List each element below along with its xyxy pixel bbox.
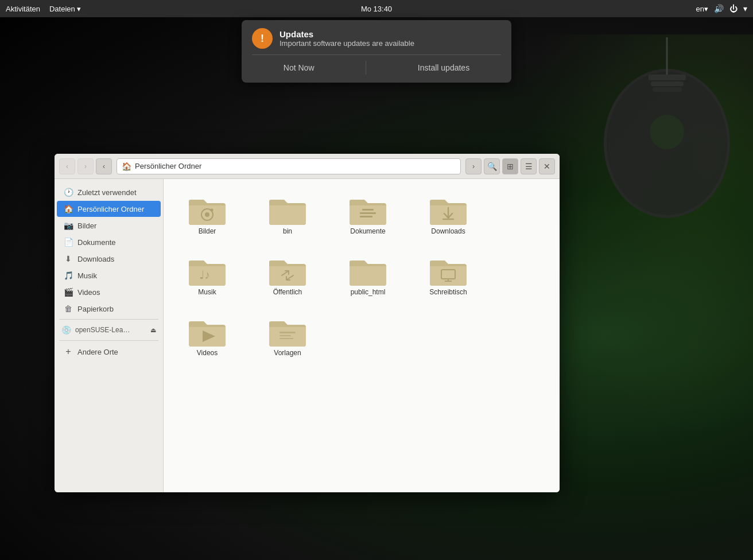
folder-label-bin: bin [283,227,292,235]
location-bar: 🏠 Persönlicher Ordner [117,158,461,174]
other-places-icon: + [64,347,73,357]
sidebar-label-videos: Videos [77,288,100,297]
svg-point-11 [211,209,214,212]
sidebar-divider [59,319,158,320]
files-menu[interactable]: Dateien ▾ [49,5,81,13]
file-manager-main: 🕐 Zuletzt verwendet 🏠 Persönlicher Ordne… [55,179,560,492]
sidebar-label-other-places: Andere Orte [77,348,118,356]
folder-musik[interactable]: ♩♪ Musik [173,249,242,301]
sidebar-item-drive[interactable]: 💿 openSUSE-Lea… ⏏ [55,322,163,338]
file-manager-window: ‹ › ‹ 🏠 Persönlicher Ordner › 🔍 ⊞ ☰ ✕ 🕐 … [55,154,560,492]
folder-icon-videos [187,314,228,349]
notification-subtitle: Important software updates are available [280,39,414,48]
folder-bin[interactable]: bin [253,188,322,240]
file-content-area: Bilder bin [164,179,560,492]
sidebar-label-downloads: Downloads [77,255,114,263]
system-menu-chevron[interactable]: ▾ [743,4,747,13]
svg-rect-22 [280,335,291,336]
documents-icon: 📄 [64,238,73,247]
sidebar-item-music[interactable]: 🎵 Musik [57,267,161,283]
folder-label-bilder: Bilder [199,227,216,235]
sidebar-item-videos[interactable]: 🎬 Videos [57,284,161,300]
music-icon: 🎵 [64,271,73,280]
downloads-icon: ⬇ [64,254,73,263]
folder-label-videos: Videos [197,349,218,357]
back-button[interactable]: ‹ [59,158,75,174]
svg-point-10 [205,212,209,217]
sidebar-label-recent: Zuletzt verwendet [77,188,137,197]
folder-label-downloads: Downloads [431,227,465,235]
folder-oeffentlich[interactable]: Öffentlich [253,249,322,301]
sidebar: 🕐 Zuletzt verwendet 🏠 Persönlicher Ordne… [55,179,164,492]
home-breadcrumb-icon: 🏠 [122,162,131,171]
folder-icon-dokumente [347,193,389,227]
language-indicator[interactable]: en▾ [696,5,708,13]
folder-label-schreibtisch: Schreibtisch [429,288,467,296]
folder-icon-bilder [187,193,228,227]
file-grid: Bilder bin [173,188,550,361]
sidebar-item-home[interactable]: 🏠 Persönlicher Ordner [57,201,161,217]
eject-icon[interactable]: ⏏ [150,326,156,334]
folder-downloads[interactable]: Downloads [414,188,483,240]
button-divider [366,61,366,75]
folder-bilder[interactable]: Bilder [173,188,242,240]
folder-icon-vorlagen [267,314,308,349]
parent-dir-button[interactable]: ‹ [96,158,112,174]
update-notification: ! Updates Important software updates are… [242,20,511,83]
folder-label-dokumente: Dokumente [350,227,385,235]
update-warning-icon: ! [252,28,273,49]
grid-view-button[interactable]: ⊞ [502,158,518,174]
trash-icon: 🗑 [64,304,73,313]
file-manager-toolbar: ‹ › ‹ 🏠 Persönlicher Ordner › 🔍 ⊞ ☰ ✕ [55,154,560,179]
sidebar-item-recent[interactable]: 🕐 Zuletzt verwendet [57,184,161,200]
folder-icon-downloads [428,193,469,227]
svg-rect-12 [362,209,374,211]
notification-title: Updates [280,29,414,39]
topbar: Aktivitäten Dateien ▾ Mo 13:40 en▾ 🔊 ⏻ ▾ [0,0,753,17]
folder-public-html[interactable]: public_html [333,249,402,301]
folder-icon-oeffentlich [267,254,308,288]
folder-label-musik: Musik [198,288,216,296]
folder-dokumente[interactable]: Dokumente [333,188,402,240]
sidebar-item-downloads[interactable]: ⬇ Downloads [57,251,161,267]
close-window-button[interactable]: ✕ [539,158,555,174]
power-icon[interactable]: ⏻ [729,4,738,13]
forward-button[interactable]: › [77,158,94,174]
sidebar-label-pictures: Bilder [77,221,96,230]
folder-videos[interactable]: Videos [173,310,242,361]
sidebar-label-music: Musik [77,271,97,280]
volume-icon[interactable]: 🔊 [714,4,724,13]
folder-label-vorlagen: Vorlagen [274,349,301,357]
videos-icon: 🎬 [64,287,73,297]
folder-label-oeffentlich: Öffentlich [273,288,302,296]
pictures-icon: 📷 [64,221,73,230]
svg-text:♩♪: ♩♪ [199,269,210,281]
folder-vorlagen[interactable]: Vorlagen [253,310,322,361]
search-button[interactable]: 🔍 [484,158,500,174]
sidebar-item-documents[interactable]: 📄 Dokumente [57,234,161,250]
location-forward-btn[interactable]: › [465,158,482,174]
drive-icon: 💿 [61,325,71,335]
folder-icon-bin [267,193,308,227]
files-menu-chevron: ▾ [77,5,81,13]
list-view-button[interactable]: ☰ [521,158,537,174]
sidebar-divider-2 [59,340,158,341]
sidebar-label-home: Persönlicher Ordner [77,205,144,213]
datetime-display: Mo 13:40 [361,5,392,13]
folder-icon-musik: ♩♪ [187,254,228,288]
activities-button[interactable]: Aktivitäten [6,5,40,13]
sidebar-label-trash: Papierkorb [77,305,114,313]
recent-icon: 🕐 [64,188,73,197]
svg-rect-23 [280,338,293,339]
home-icon: 🏠 [64,204,73,213]
install-updates-button[interactable]: Install updates [406,61,481,75]
sidebar-item-trash[interactable]: 🗑 Papierkorb [57,301,161,317]
sidebar-item-other-places[interactable]: + Andere Orte [57,343,161,360]
sidebar-label-documents: Dokumente [77,238,115,247]
not-now-button[interactable]: Not Now [272,61,326,75]
svg-rect-14 [360,216,372,217]
sidebar-item-pictures[interactable]: 📷 Bilder [57,217,161,234]
folder-schreibtisch[interactable]: Schreibtisch [414,249,483,301]
svg-rect-21 [280,332,296,333]
folder-icon-schreibtisch [428,254,469,288]
